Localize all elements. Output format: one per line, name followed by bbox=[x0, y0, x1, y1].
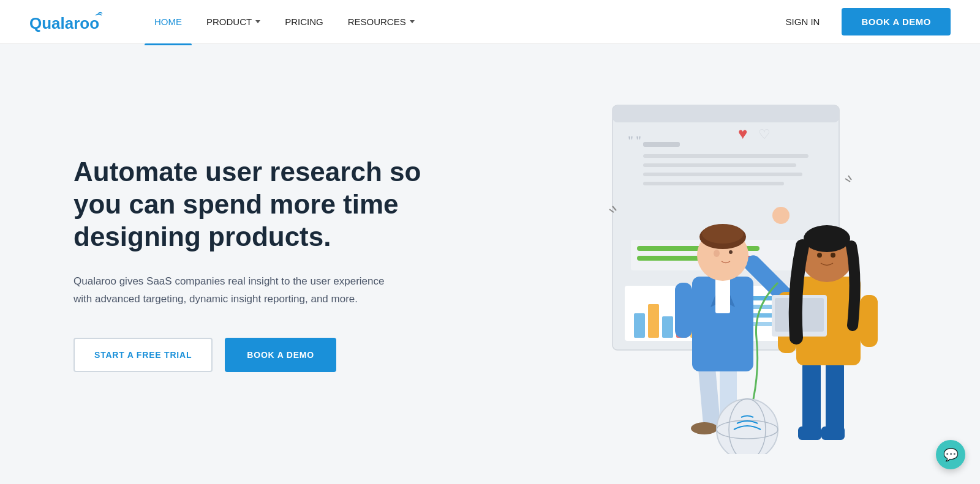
resources-chevron-icon bbox=[410, 20, 415, 23]
logo-svg: Qualaroo bbox=[29, 10, 115, 34]
svg-rect-37 bbox=[675, 283, 692, 338]
svg-rect-3 bbox=[643, 142, 680, 147]
svg-rect-45 bbox=[798, 426, 821, 440]
hero-illustration: " " ♥ ♡ bbox=[453, 44, 980, 484]
svg-rect-15 bbox=[634, 313, 645, 338]
hero-title: Automate user research so you can spend … bbox=[74, 156, 453, 253]
product-chevron-icon bbox=[255, 20, 260, 23]
logo[interactable]: Qualaroo bbox=[29, 10, 115, 34]
svg-text:♡: ♡ bbox=[758, 127, 771, 142]
svg-rect-16 bbox=[648, 304, 659, 338]
svg-point-41 bbox=[714, 250, 720, 257]
svg-point-40 bbox=[702, 224, 744, 244]
svg-rect-46 bbox=[821, 426, 845, 440]
svg-rect-43 bbox=[802, 362, 821, 436]
nav-resources[interactable]: RESOURCES bbox=[338, 12, 424, 32]
svg-point-42 bbox=[729, 250, 733, 254]
svg-rect-49 bbox=[861, 295, 878, 347]
svg-text:": " bbox=[628, 133, 633, 148]
sign-in-link[interactable]: SIGN IN bbox=[778, 12, 827, 32]
svg-rect-44 bbox=[826, 362, 844, 436]
nav-book-demo-button[interactable]: BOOK A DEMO bbox=[842, 8, 951, 35]
hero-subtitle: Qualaroo gives SaaS companies real insig… bbox=[74, 273, 404, 308]
svg-text:Qualaroo: Qualaroo bbox=[29, 14, 99, 32]
book-demo-button[interactable]: BOOK A DEMO bbox=[225, 338, 336, 372]
svg-line-60 bbox=[848, 176, 851, 180]
svg-rect-6 bbox=[643, 173, 802, 176]
nav-right: SIGN IN BOOK A DEMO bbox=[778, 8, 951, 35]
svg-point-55 bbox=[831, 253, 835, 258]
svg-rect-2 bbox=[612, 105, 839, 122]
nav-home[interactable]: HOME bbox=[145, 12, 192, 32]
svg-text:": " bbox=[636, 133, 641, 148]
svg-point-54 bbox=[817, 253, 822, 258]
svg-rect-4 bbox=[643, 154, 809, 158]
nav-pricing[interactable]: PRICING bbox=[275, 12, 333, 32]
hero-section: Automate user research so you can spend … bbox=[0, 44, 980, 484]
chat-bubble-button[interactable]: 💬 bbox=[936, 440, 965, 469]
start-free-trial-button[interactable]: START A FREE TRIAL bbox=[74, 338, 213, 372]
svg-rect-5 bbox=[643, 163, 796, 167]
navbar: Qualaroo HOME PRODUCT PRICING RESOURCES bbox=[0, 0, 980, 44]
svg-rect-7 bbox=[643, 182, 784, 185]
nav-links: HOME PRODUCT PRICING RESOURCES bbox=[145, 12, 424, 32]
svg-point-36 bbox=[772, 207, 790, 224]
nav-left: Qualaroo HOME PRODUCT PRICING RESOURCES bbox=[29, 10, 424, 34]
hero-content: Automate user research so you can spend … bbox=[74, 156, 453, 371]
hero-buttons: START A FREE TRIAL BOOK A DEMO bbox=[74, 338, 453, 372]
svg-rect-34 bbox=[715, 277, 730, 313]
svg-rect-27 bbox=[698, 367, 721, 429]
svg-point-53 bbox=[804, 225, 850, 252]
hero-svg: " " ♥ ♡ bbox=[502, 75, 931, 454]
svg-rect-17 bbox=[662, 316, 673, 338]
svg-line-59 bbox=[845, 179, 850, 182]
nav-product[interactable]: PRODUCT bbox=[197, 12, 270, 32]
svg-point-29 bbox=[691, 422, 718, 434]
chat-icon: 💬 bbox=[943, 447, 959, 462]
svg-text:♥: ♥ bbox=[738, 124, 747, 143]
